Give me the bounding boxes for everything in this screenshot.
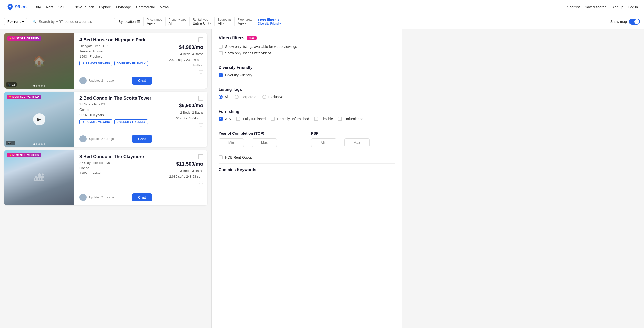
rental-type-filter[interactable]: Rental type Entire Unit ▾ [189, 17, 214, 26]
diversity-friendly-tag: DIVERSITY FRIENDLY [114, 119, 148, 124]
favorite-button[interactable]: ♡ [199, 122, 203, 128]
favorite-button[interactable]: ♡ [199, 180, 203, 187]
nav-rent[interactable]: Rent [46, 5, 53, 9]
for-rent-button[interactable]: For rent ▾ [4, 18, 27, 25]
video-option-2: Show only listings with videos [219, 51, 395, 55]
agent-avatar [79, 77, 87, 84]
hdb-checkbox[interactable] [219, 155, 223, 159]
listing-tag-exclusive[interactable]: Exclusive [262, 95, 283, 99]
chevron-up-icon: ▴ [277, 18, 279, 22]
bedrooms-filter[interactable]: Bedrooms All ▾ [214, 17, 234, 26]
camera-icon: 📷 [8, 83, 11, 86]
furnishing-fully-label: Fully furnished [243, 117, 266, 121]
shortlist-link[interactable]: Shortlist [567, 5, 580, 9]
top-min-input[interactable] [219, 138, 244, 147]
psf-min-input[interactable] [311, 138, 336, 147]
favorite-button[interactable]: ♡ [199, 69, 203, 75]
furnishing-partially-label: Partially unfurnished [277, 117, 309, 121]
chat-button[interactable]: Chat [132, 77, 152, 85]
nav-commercial[interactable]: Commercial [136, 5, 155, 9]
logo-text: 99.co [15, 4, 27, 10]
top-psf-row: Year of Completion (TOP) — PSF — [219, 131, 395, 147]
furnishing-fully-checkbox[interactable] [236, 117, 240, 121]
psf-max-input[interactable] [344, 138, 370, 147]
nav-buy[interactable]: Buy [35, 5, 41, 9]
radio-exclusive[interactable] [262, 95, 266, 99]
listing-tags-radio-group: All Corporate Exclusive [219, 95, 395, 99]
listing-card: 🏠 ★ MUST SEE · VERIFIED 📷 16 [4, 33, 207, 89]
price-range-filter[interactable]: Price range Any ▾ [143, 17, 165, 26]
chevron-down-icon: ▾ [22, 20, 24, 24]
select-checkbox[interactable] [198, 37, 203, 42]
furnishing-unfurnished-label: Unfurnished [344, 117, 364, 121]
listing-address: 38 Scotts Rd · D9 [79, 102, 152, 106]
radio-corporate[interactable] [235, 95, 239, 99]
photo-count: 📷 7 [6, 141, 15, 145]
sqft-type: built-up [193, 64, 203, 67]
floor-area-filter[interactable]: Floor area Any ▾ [234, 17, 255, 26]
beds-baths: 3 Beds 3 Baths [180, 169, 203, 173]
img-dot [36, 85, 37, 87]
diversity-checkbox[interactable] [219, 73, 223, 77]
psf-title: PSF [311, 131, 396, 135]
logo[interactable]: 99.co [6, 3, 27, 11]
nav-sell[interactable]: Sell [58, 5, 64, 9]
listing-price-column: $4,900/mo 4 Beds 4 Baths 2,500 sqft / 23… [157, 33, 207, 89]
top-max-input[interactable] [252, 138, 277, 147]
furnishing-partially-checkbox[interactable] [271, 117, 275, 121]
star-icon: ★ [9, 154, 11, 157]
listing-year: 1985 · Freehold [79, 171, 152, 175]
chevron-down-icon: ▾ [210, 22, 211, 25]
beds-baths: 4 Beds 4 Baths [180, 52, 203, 56]
play-button[interactable]: ▶ [33, 113, 45, 125]
furnishing-section: Furnishing Any Fully furnished Partially… [219, 109, 395, 121]
radio-all-label: All [225, 95, 229, 99]
nav-mortgage[interactable]: Mortgage [116, 5, 131, 9]
hdb-section: HDB Rent Quota [219, 155, 395, 159]
listing-tag-corporate[interactable]: Corporate [235, 95, 256, 99]
video-option-2-checkbox[interactable] [219, 51, 223, 55]
radio-corporate-label: Corporate [241, 95, 256, 99]
nav-explore[interactable]: Explore [99, 5, 111, 9]
psf-section: PSF — [311, 131, 396, 147]
saved-search-link[interactable]: Saved search [585, 5, 607, 9]
image-dots [33, 143, 45, 145]
show-map-toggle: Show map [610, 19, 640, 25]
screen-icon: 🖥 [82, 120, 85, 123]
top-range: — [219, 138, 303, 147]
less-filters-button[interactable]: Less filters ▴ Diversity Friendly [255, 17, 284, 26]
listing-title: 4 Bed House on Highgate Park [79, 37, 152, 43]
furnishing-unfurnished-checkbox[interactable] [338, 117, 342, 121]
furnishing-flexible-label: Flexible [321, 117, 333, 121]
furnishing-flexible-checkbox[interactable] [314, 117, 318, 121]
chat-button[interactable]: Chat [132, 193, 152, 201]
header-right: Shortlist Saved search Sign up Log in [567, 5, 638, 9]
radio-exclusive-label: Exclusive [268, 95, 283, 99]
menu-icon: ☰ [137, 20, 140, 24]
top-section: Year of Completion (TOP) — [219, 131, 303, 147]
sqft: 840 sqft / 78.04 sqm [174, 116, 203, 120]
search-input[interactable] [39, 20, 112, 24]
listing-tag-all[interactable]: All [219, 95, 229, 99]
chat-button[interactable]: Chat [132, 135, 152, 143]
radio-all[interactable] [219, 95, 223, 99]
img-dot [44, 143, 45, 145]
signup-link[interactable]: Sign up [611, 5, 623, 9]
video-option-1-checkbox[interactable] [219, 45, 223, 49]
listings-panel: 🏠 ★ MUST SEE · VERIFIED 📷 16 [0, 29, 211, 328]
nav-new-launch[interactable]: New Launch [74, 5, 94, 9]
furnishing-any-checkbox[interactable] [219, 117, 223, 121]
property-type-filter[interactable]: Property type All ▾ [165, 17, 189, 26]
nav-news[interactable]: News [160, 5, 169, 9]
listing-image: 🏙 ★ MUST SEE · VERIFIED [4, 150, 74, 205]
map-toggle-switch[interactable] [629, 19, 640, 25]
select-checkbox[interactable] [198, 96, 203, 101]
by-location-button[interactable]: By location ☰ [115, 18, 143, 25]
login-link[interactable]: Log in [628, 5, 638, 9]
listing-price: $4,900/mo [179, 44, 203, 50]
chevron-down-icon: ▾ [173, 22, 175, 25]
select-checkbox[interactable] [198, 154, 203, 159]
furnishing-partially: Partially unfurnished [271, 117, 309, 121]
video-option-1-label: Show only listings available for video v… [225, 45, 297, 49]
top-title: Year of Completion (TOP) [219, 131, 303, 135]
